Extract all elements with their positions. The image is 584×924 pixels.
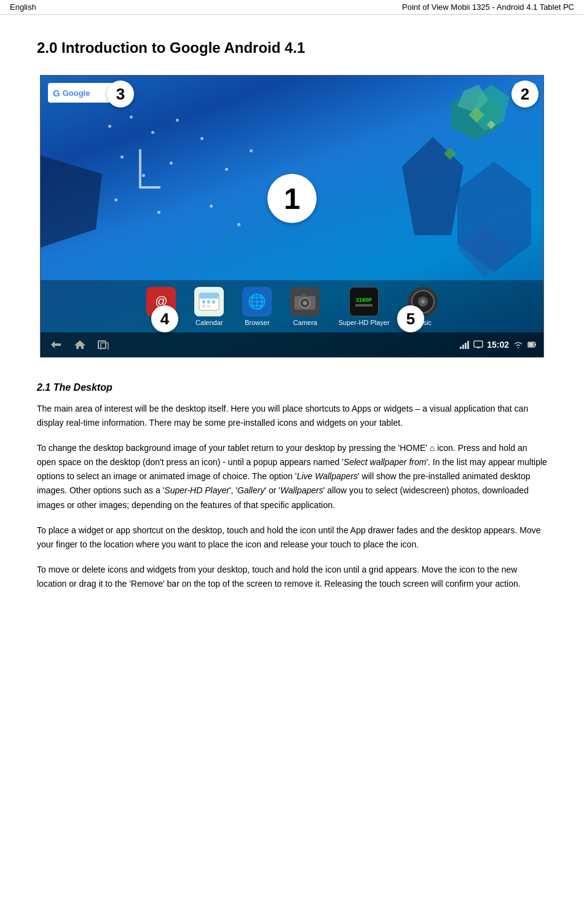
calendar-icon-img <box>194 287 224 316</box>
android-screen: G Google @ Email <box>41 76 543 357</box>
section-title: 2.0 Introduction to Google Android 4.1 <box>37 39 547 57</box>
header-left: English <box>10 2 36 12</box>
svg-rect-33 <box>529 343 534 346</box>
dot <box>170 162 173 165</box>
calendar-icon-svg <box>198 291 220 313</box>
svg-marker-23 <box>74 340 85 349</box>
app-icon-superhd[interactable]: 2160P Super-HD Player <box>338 287 389 326</box>
dot <box>210 205 213 208</box>
desktop-heading-text: 2.1 The Desktop <box>37 382 112 393</box>
back-button[interactable] <box>48 339 65 351</box>
dot <box>237 223 240 226</box>
dot <box>200 137 203 140</box>
camera-icon-svg <box>294 292 316 311</box>
dot <box>114 198 117 202</box>
bg-poly-left <box>41 155 102 248</box>
dot <box>142 174 145 177</box>
browser-icon-img: 🌐 <box>242 287 272 316</box>
svg-rect-11 <box>212 300 215 303</box>
dot <box>157 211 160 214</box>
num4-label: 4 <box>160 310 169 329</box>
num5-label: 5 <box>406 310 415 329</box>
svg-rect-27 <box>462 345 464 349</box>
num-circle-1: 1 <box>267 174 317 223</box>
svg-rect-31 <box>477 347 479 348</box>
desktop-para-2: To change the desktop background image o… <box>37 441 547 512</box>
svg-rect-18 <box>301 294 306 297</box>
nav-buttons <box>48 339 112 351</box>
svg-rect-26 <box>460 346 462 349</box>
status-right: 15:02 <box>460 340 536 350</box>
recent-button[interactable] <box>95 339 112 351</box>
svg-rect-10 <box>207 300 210 303</box>
svg-rect-24 <box>98 341 106 348</box>
app-icon-calendar[interactable]: Calendar <box>194 287 224 326</box>
dot <box>225 168 228 171</box>
page-header: English Point of View Mobii 1325 - Andro… <box>0 0 584 15</box>
svg-rect-29 <box>467 341 469 349</box>
subsections: 2.1 The Desktop The main area of interes… <box>37 382 547 591</box>
dot <box>250 149 253 152</box>
svg-rect-9 <box>202 300 205 303</box>
num2-label: 2 <box>521 85 529 104</box>
svg-point-21 <box>421 300 425 303</box>
browser-label: Browser <box>245 319 269 326</box>
dot <box>130 116 133 119</box>
app-icons-row: @ Email <box>41 280 543 332</box>
num-circle-5: 5 <box>397 305 424 332</box>
app-icon-browser[interactable]: 🌐 Browser <box>242 287 272 326</box>
desktop-para-3: To place a widget or app shortcut on the… <box>37 523 547 552</box>
browser-icon-symbol: 🌐 <box>248 293 266 310</box>
google-label: Google <box>63 88 90 98</box>
header-right: Point of View Mobii 1325 - Android 4.1 T… <box>402 2 574 12</box>
num1-label: 1 <box>284 182 301 216</box>
recent-icon <box>97 340 110 350</box>
android-screenshot: G Google @ Email <box>40 75 544 358</box>
home-icon <box>73 339 87 350</box>
battery-icon <box>527 340 536 349</box>
wifi-icon <box>513 340 524 349</box>
superhd-label-text: 2160P <box>356 297 372 303</box>
dot <box>151 131 154 134</box>
desktop-para-4: To move or delete icons and widgets from… <box>37 563 547 591</box>
main-content: 2.0 Introduction to Google Android 4.1 <box>0 15 584 627</box>
desktop-para-1: The main area of interest will be the de… <box>37 402 547 430</box>
desktop-heading: 2.1 The Desktop <box>37 382 547 393</box>
superhd-icon-img: 2160P <box>349 287 379 316</box>
app-icon-camera[interactable]: Camera <box>290 287 320 326</box>
google-g-letter: G <box>53 88 60 98</box>
num-circle-3: 3 <box>107 80 134 108</box>
status-bar: 15:02 <box>41 332 543 357</box>
svg-rect-13 <box>207 305 210 308</box>
dot <box>120 155 124 159</box>
svg-rect-30 <box>474 341 483 347</box>
svg-rect-8 <box>199 293 219 299</box>
home-button[interactable] <box>71 339 89 351</box>
num-circle-2: 2 <box>511 80 539 108</box>
screen-icon <box>473 340 483 349</box>
camera-icon-img <box>290 287 320 316</box>
svg-rect-28 <box>465 343 467 349</box>
camera-label: Camera <box>293 319 317 326</box>
dot <box>108 125 111 128</box>
num3-label: 3 <box>116 85 125 104</box>
dots-area <box>102 112 256 248</box>
svg-rect-12 <box>202 305 205 308</box>
subsection-desktop: 2.1 The Desktop The main area of interes… <box>37 382 547 591</box>
superhd-bar <box>355 304 373 307</box>
back-icon <box>50 340 63 350</box>
svg-rect-34 <box>535 343 536 346</box>
time-display: 15:02 <box>487 340 509 350</box>
superhd-label: Super-HD Player <box>338 319 389 326</box>
signal-icon <box>460 340 470 349</box>
svg-marker-22 <box>51 341 61 348</box>
svg-point-17 <box>303 301 307 305</box>
num-circle-4: 4 <box>151 305 178 332</box>
calendar-label: Calendar <box>195 319 223 326</box>
dot <box>176 119 179 122</box>
